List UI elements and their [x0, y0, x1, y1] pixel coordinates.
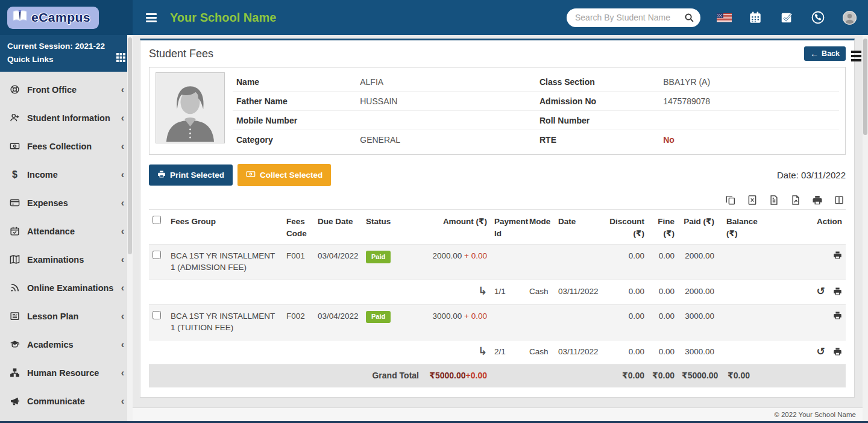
balance-cell [718, 304, 771, 340]
paid-cell: 2000.00 [678, 245, 718, 280]
student-search[interactable] [567, 8, 700, 27]
col-fees-code: Fees Code [283, 210, 314, 245]
payment-date-cell: 03/11/2022 [555, 280, 606, 304]
sidebar-item-lesson-plan[interactable]: Lesson Plan ‹ [0, 302, 133, 330]
grand-total-label: Grand Total [149, 365, 423, 387]
print-table-icon[interactable] [812, 195, 823, 205]
csv-export-icon[interactable] [769, 195, 779, 205]
tasks-check-icon[interactable] [779, 10, 794, 25]
sidebar-item-label: Expenses [27, 198, 121, 208]
user-avatar[interactable] [841, 10, 857, 25]
grid-icon[interactable] [116, 53, 125, 66]
col-discount: Discount (₹) [606, 210, 648, 245]
sidebar-item-attendance[interactable]: Attendance ‹ [0, 217, 133, 245]
print-receipt-icon[interactable] [833, 251, 842, 260]
fee-row: BCA 1ST YR INSTALLMENT 1 (TUITION FEE) F… [149, 304, 846, 340]
sidebar-item-label: Academics [27, 340, 121, 349]
front-office-icon [10, 84, 20, 95]
field-label: Father Name [233, 96, 360, 106]
language-flag-icon[interactable] [716, 10, 732, 25]
revert-payment-icon[interactable]: ↺ [817, 286, 825, 296]
scrollbar-thumb[interactable] [863, 39, 867, 135]
field-label: RTE [536, 135, 663, 145]
col-fees-group: Fees Group [167, 210, 283, 245]
amount-value: 2000.00 [433, 251, 462, 260]
status-badge: Paid [366, 311, 391, 323]
chevron-left-icon: ‹ [121, 368, 124, 378]
search-input[interactable] [575, 13, 684, 22]
paid-cell: 3000.00 [678, 340, 718, 365]
megaphone-icon [10, 396, 20, 406]
sidebar-item-label: Student Information [27, 113, 121, 123]
excel-export-icon[interactable] [747, 195, 758, 205]
sidebar-item-communicate[interactable]: Communicate ‹ [0, 387, 133, 415]
sidebar-menu: Front Office ‹ Student Information ‹ Fee… [0, 72, 133, 415]
whatsapp-icon[interactable] [810, 10, 826, 25]
revert-payment-icon[interactable]: ↺ [817, 346, 825, 357]
school-name: Your School Name [170, 11, 276, 25]
chevron-left-icon: ‹ [121, 84, 124, 95]
amount-fine-value: + 0.00 [464, 251, 487, 260]
fine-cell: 0.00 [648, 280, 678, 304]
rte-value: No [663, 135, 675, 145]
user-plus-icon [10, 113, 20, 123]
sidebar-item-label: Front Office [27, 85, 121, 95]
column-visibility-icon[interactable] [834, 195, 844, 205]
grand-total-paid: ₹5000.00 [678, 365, 718, 387]
copy-icon[interactable] [725, 195, 736, 205]
sidebar-item-human-resource[interactable]: Human Resource ‹ [0, 359, 133, 387]
row-checkbox[interactable] [153, 251, 161, 259]
sidebar-item-student-information[interactable]: Student Information ‹ [0, 104, 133, 132]
back-button[interactable]: ← Back [804, 46, 846, 61]
sidebar-item-income[interactable]: $ Income ‹ [0, 160, 133, 189]
card-menu-icon[interactable] [851, 51, 861, 61]
paid-cell: 2000.00 [678, 280, 718, 304]
payment-row: ↳ 2/1 Cash 03/11/2022 0.00 0.00 3000.00 … [149, 340, 846, 365]
export-toolbar [149, 195, 844, 209]
payment-row: ↳ 1/1 Cash 03/11/2022 0.00 0.00 2000.00 … [149, 280, 846, 304]
print-selected-button[interactable]: Print Selected [149, 164, 233, 186]
chevron-left-icon: ‹ [121, 339, 124, 350]
sidebar-item-front-office[interactable]: Front Office ‹ [0, 75, 133, 104]
payment-id-cell: 1/1 [491, 280, 526, 304]
sidebar-item-fees-collection[interactable]: Fees Collection ‹ [0, 132, 133, 160]
pdf-export-icon[interactable] [790, 195, 801, 205]
discount-cell: 0.00 [606, 245, 648, 280]
dollar-icon: $ [10, 169, 20, 180]
sidebar-scrollbar[interactable] [127, 35, 133, 421]
collect-selected-button[interactable]: Collect Selected [237, 164, 331, 186]
chevron-left-icon: ‹ [121, 169, 124, 180]
calendar-icon[interactable] [747, 10, 763, 25]
sidebar-item-label: Human Resource [27, 368, 121, 378]
search-icon[interactable] [684, 11, 694, 24]
sidebar-item-examinations[interactable]: Examinations ‹ [0, 245, 133, 274]
sidebar-item-label: Online Examinations [27, 283, 121, 293]
sidebar-item-academics[interactable]: Academics ‹ [0, 330, 133, 359]
fees-table: Fees Group Fees Code Due Date Status Amo… [149, 209, 846, 387]
grand-total-fine: +0.00 [466, 371, 487, 380]
fees-code-cell: F001 [283, 245, 314, 280]
ecampus-logo[interactable]: eCampus [7, 7, 99, 29]
money-icon [246, 169, 256, 181]
sidebar-toggle-icon[interactable] [146, 13, 157, 22]
print-receipt-icon[interactable] [833, 287, 842, 296]
fees-group-cell: BCA 1ST YR INSTALLMENT 1 (TUITION FEE) [167, 304, 283, 340]
corner-down-right-arrow-icon: ↳ [478, 345, 487, 357]
payment-date-cell: 03/11/2022 [555, 340, 606, 365]
sidebar-item-online-examinations[interactable]: Online Examinations ‹ [0, 274, 133, 302]
logo-area[interactable]: eCampus [0, 0, 133, 35]
select-all-checkbox[interactable] [153, 216, 161, 224]
grand-total-amount: ₹5000.00 [429, 371, 465, 380]
print-receipt-icon[interactable] [833, 311, 842, 320]
quick-links[interactable]: Quick Links [7, 53, 125, 66]
scrollbar-thumb[interactable] [128, 37, 132, 254]
copyright-text: © 2022 Your School Name [774, 411, 856, 418]
sidebar-item-expenses[interactable]: Expenses ‹ [0, 189, 133, 217]
print-receipt-icon[interactable] [833, 347, 842, 356]
fine-cell: 0.00 [648, 304, 678, 340]
field-label: Mobile Number [233, 116, 360, 125]
page-scrollbar[interactable] [863, 35, 868, 421]
amount-fine-value: + 0.00 [464, 312, 487, 321]
chevron-left-icon: ‹ [121, 141, 124, 152]
row-checkbox[interactable] [153, 311, 161, 319]
